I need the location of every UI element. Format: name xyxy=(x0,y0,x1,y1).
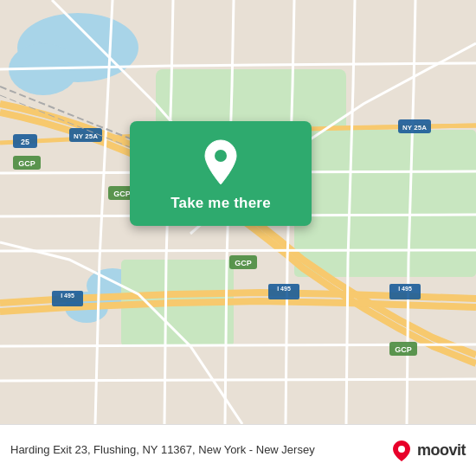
map-container: GCP GCP GCP GCP NY 25A NY 25A NY 25A I 4… xyxy=(0,0,476,424)
take-me-there-button[interactable]: Take me there xyxy=(130,121,312,226)
svg-text:I 495: I 495 xyxy=(61,293,74,299)
svg-point-31 xyxy=(398,446,405,453)
svg-text:I 495: I 495 xyxy=(398,286,412,292)
svg-text:GCP: GCP xyxy=(395,345,412,354)
moovit-pin-icon xyxy=(389,439,414,463)
moovit-logo: moovit xyxy=(389,439,466,463)
svg-rect-6 xyxy=(294,130,476,277)
address-text: Harding Exit 23, Flushing, NY 11367, New… xyxy=(10,443,389,458)
svg-point-30 xyxy=(215,150,227,162)
bottom-bar: Harding Exit 23, Flushing, NY 11367, New… xyxy=(0,424,476,476)
location-pin-icon xyxy=(202,138,240,186)
svg-text:NY 25A: NY 25A xyxy=(402,124,427,132)
svg-text:GCP: GCP xyxy=(113,190,131,198)
moovit-text: moovit xyxy=(417,441,466,460)
svg-text:NY 25A: NY 25A xyxy=(74,132,98,140)
svg-text:GCP: GCP xyxy=(18,159,35,168)
svg-text:GCP: GCP xyxy=(235,259,252,267)
take-me-there-label: Take me there xyxy=(170,195,271,212)
svg-text:25: 25 xyxy=(21,138,29,146)
svg-text:I 495: I 495 xyxy=(277,286,291,292)
